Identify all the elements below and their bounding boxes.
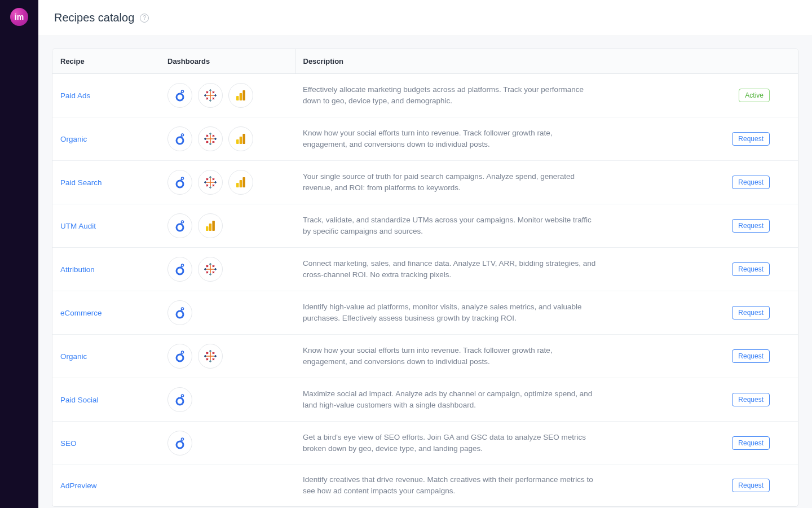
svg-point-72: [176, 224, 183, 231]
svg-point-48: [176, 181, 183, 187]
svg-rect-21: [236, 96, 239, 100]
table-row: Paid Social Maximize social ad impact. A…: [52, 378, 798, 422]
recipe-link[interactable]: Attribution: [60, 265, 95, 274]
help-icon[interactable]: ?: [140, 14, 149, 23]
recipe-link[interactable]: Organic: [60, 135, 87, 143]
dashboards-cell: [167, 170, 287, 195]
main-area: Recipes catalog ? Recipe Dashboards Desc…: [38, 0, 812, 508]
recipe-description: Connect marketing, sales, and finance da…: [303, 258, 596, 281]
svg-rect-77: [212, 221, 215, 231]
table-row: AdPreviewIdentify creatives that drive r…: [52, 465, 798, 506]
table-header-row: Recipe Dashboards Description: [52, 49, 798, 74]
request-button[interactable]: Request: [732, 176, 770, 189]
looker-icon: [173, 349, 187, 363]
svg-point-1: [182, 90, 184, 93]
looker-icon: [173, 393, 187, 406]
dashboards-cell: [167, 300, 287, 325]
tableau-dashboard-icon[interactable]: [198, 170, 223, 195]
recipe-description: Get a bird's eye view of SEO efforts. Jo…: [303, 432, 596, 455]
svg-point-102: [176, 354, 183, 361]
request-button[interactable]: Request: [732, 393, 770, 406]
looker-dashboard-icon[interactable]: [167, 387, 192, 412]
table-row: Paid Ads Effec: [52, 74, 798, 117]
recipe-link[interactable]: UTM Audit: [60, 222, 96, 230]
svg-rect-70: [240, 180, 242, 187]
svg-rect-69: [236, 183, 239, 187]
recipe-description: Know how your social efforts turn into r…: [303, 128, 596, 151]
powerbi-dashboard-icon[interactable]: [228, 83, 253, 108]
dashboards-cell: [167, 126, 287, 151]
content-area: Recipe Dashboards Description Paid Ads: [38, 36, 812, 508]
powerbi-dashboard-icon[interactable]: [198, 213, 223, 238]
powerbi-icon: [234, 89, 248, 102]
col-description: Description: [295, 49, 713, 74]
looker-icon: [173, 306, 187, 319]
sidebar: im: [0, 0, 38, 508]
svg-rect-76: [209, 224, 212, 231]
table-row: Organic Know h: [52, 117, 798, 161]
request-button[interactable]: Request: [732, 349, 770, 363]
tableau-icon: [204, 176, 217, 189]
looker-icon: [173, 219, 187, 233]
recipe-description: Maximize social ad impact. Analyze ads b…: [303, 388, 596, 411]
tableau-icon: [204, 89, 217, 102]
tableau-dashboard-icon[interactable]: [198, 126, 223, 151]
svg-point-103: [182, 351, 184, 353]
looker-icon: [173, 132, 187, 146]
page-title: Recipes catalog: [54, 11, 134, 24]
request-button[interactable]: Request: [732, 479, 770, 492]
svg-rect-46: [240, 137, 242, 144]
app-logo[interactable]: im: [10, 8, 28, 26]
recipe-description: Track, validate, and standardize UTMs ac…: [303, 214, 596, 238]
looker-dashboard-icon[interactable]: [167, 344, 192, 369]
request-button[interactable]: Request: [732, 219, 770, 233]
recipes-table: Recipe Dashboards Description Paid Ads: [52, 49, 798, 507]
powerbi-icon: [234, 132, 248, 146]
powerbi-dashboard-icon[interactable]: [228, 126, 253, 151]
svg-point-25: [182, 134, 184, 136]
table-row: Paid Search Yo: [52, 161, 798, 204]
tableau-dashboard-icon[interactable]: [198, 83, 223, 108]
recipe-link[interactable]: Paid Search: [60, 178, 102, 187]
dashboards-cell: [167, 344, 287, 369]
dashboards-cell: [167, 257, 287, 282]
page-header: Recipes catalog ?: [38, 0, 812, 36]
tableau-dashboard-icon[interactable]: [198, 344, 223, 369]
looker-dashboard-icon[interactable]: [167, 300, 192, 325]
col-recipe: Recipe: [52, 49, 160, 74]
recipe-link[interactable]: SEO: [60, 439, 77, 448]
recipe-link[interactable]: eCommerce: [60, 309, 102, 317]
svg-point-24: [176, 137, 183, 144]
recipe-link[interactable]: Organic: [60, 352, 87, 361]
recipe-description: Identify high-value ad platforms, monito…: [303, 301, 596, 325]
col-dashboards: Dashboards: [160, 49, 295, 74]
powerbi-icon: [204, 219, 217, 233]
request-button[interactable]: Request: [732, 436, 770, 450]
looker-icon: [173, 176, 187, 189]
svg-point-126: [176, 441, 183, 448]
svg-rect-45: [236, 139, 239, 144]
looker-dashboard-icon[interactable]: [167, 431, 192, 456]
table-row: UTM Audit Track, validate, and standardi…: [52, 204, 798, 248]
tableau-icon: [204, 132, 217, 146]
looker-dashboard-icon[interactable]: [167, 257, 192, 282]
recipe-link[interactable]: Paid Ads: [60, 91, 90, 100]
powerbi-dashboard-icon[interactable]: [228, 170, 253, 195]
recipe-link[interactable]: AdPreview: [60, 481, 97, 490]
looker-dashboard-icon[interactable]: [167, 126, 192, 151]
svg-rect-23: [242, 90, 245, 100]
looker-dashboard-icon[interactable]: [167, 83, 192, 108]
recipe-link[interactable]: Paid Social: [60, 396, 99, 404]
svg-rect-47: [242, 134, 245, 144]
svg-point-0: [176, 94, 183, 100]
tableau-dashboard-icon[interactable]: [198, 257, 223, 282]
request-button[interactable]: Request: [732, 262, 770, 276]
request-button[interactable]: Request: [732, 132, 770, 146]
request-button[interactable]: Request: [732, 306, 770, 319]
dashboards-cell: [167, 83, 287, 108]
svg-point-100: [182, 308, 184, 310]
powerbi-icon: [234, 176, 248, 189]
looker-dashboard-icon[interactable]: [167, 170, 192, 195]
dashboards-cell: [167, 213, 287, 238]
looker-dashboard-icon[interactable]: [167, 213, 192, 238]
